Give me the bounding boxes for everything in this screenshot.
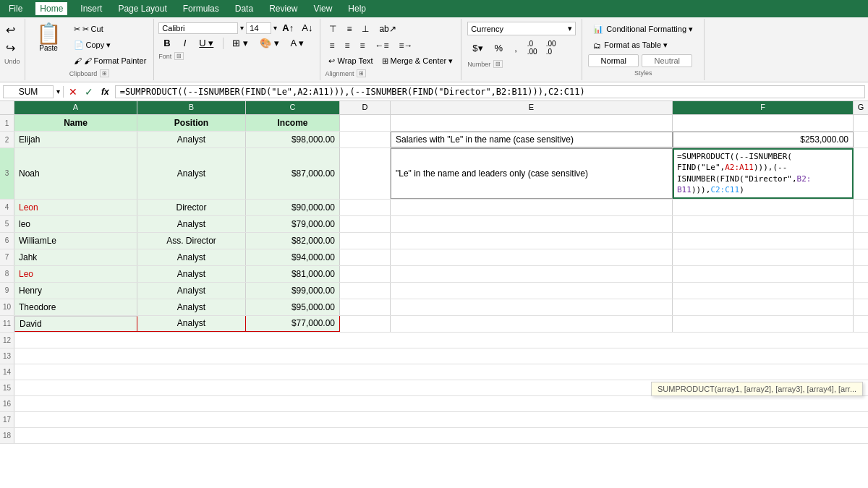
cell-d4[interactable] (340, 200, 391, 215)
cell-c2[interactable]: $98,000.00 (246, 132, 340, 147)
cell-a11[interactable]: David (14, 316, 137, 332)
redo-button[interactable]: ↪ (4, 40, 20, 56)
cell-f8[interactable] (673, 266, 854, 282)
cell-b5[interactable]: Analyst (137, 216, 246, 232)
font-name-dropdown-icon[interactable]: ▾ (240, 24, 244, 32)
cell-b11[interactable]: Analyst (137, 316, 246, 332)
col-header-e[interactable]: E (391, 101, 673, 114)
wrap-text-button[interactable]: ↩ Wrap Text (325, 55, 376, 67)
cell-f1[interactable] (673, 115, 854, 131)
cancel-formula-button[interactable]: ✕ (67, 86, 80, 98)
cell-a5[interactable]: leo (14, 216, 137, 232)
cell-g11[interactable] (854, 316, 868, 332)
number-format-dropdown[interactable]: Currency ▾ (467, 22, 576, 35)
menu-formulas[interactable]: Formulas (180, 2, 222, 15)
cell-c9[interactable]: $99,000.00 (246, 283, 340, 299)
normal-style-button[interactable]: Normal (588, 54, 639, 67)
cell-b3[interactable]: Analyst (137, 148, 246, 199)
cell-b7[interactable]: Analyst (137, 249, 246, 265)
undo-button[interactable]: ↩ (4, 22, 20, 38)
cell-d7[interactable] (340, 249, 391, 265)
menu-view[interactable]: View (311, 2, 336, 15)
cell-f5[interactable] (673, 216, 854, 232)
bold-button[interactable]: B (158, 36, 175, 50)
cell-a4[interactable]: Leon (14, 200, 137, 215)
decrease-font-button[interactable]: A↓ (299, 22, 315, 34)
cell-e10[interactable] (391, 299, 673, 315)
cell-g5[interactable] (854, 216, 868, 232)
cell-a10[interactable]: Theodore (14, 299, 137, 315)
conditional-formatting-button[interactable]: 📊 Conditional Formatting ▾ (588, 22, 698, 36)
neutral-style-button[interactable]: Neutral (642, 54, 692, 67)
cell-e6[interactable] (391, 233, 673, 249)
paste-button[interactable]: 📋 Paste (30, 22, 68, 68)
underline-button[interactable]: U ▾ (194, 36, 218, 50)
merge-center-button[interactable]: ⊞ Merge & Center ▾ (378, 55, 457, 67)
cell-c3[interactable]: $87,000.00 (246, 148, 340, 199)
cell-g2[interactable] (854, 132, 868, 147)
cell-a3[interactable]: Noah (14, 148, 137, 199)
menu-review[interactable]: Review (266, 2, 300, 15)
cell-d3[interactable] (340, 148, 391, 199)
cell-e8[interactable] (391, 266, 673, 282)
menu-help[interactable]: Help (345, 2, 369, 15)
format-painter-button[interactable]: 🖌 🖌 Format Painter (71, 56, 150, 66)
cell-f10[interactable] (673, 299, 854, 315)
cell-e4[interactable] (391, 200, 673, 215)
font-name-input[interactable] (158, 22, 238, 34)
cell-b1[interactable]: Position (137, 115, 246, 131)
percent-button[interactable]: % (490, 40, 509, 56)
cell-a8[interactable]: Leo (14, 266, 137, 282)
cell-f2[interactable]: $253,000.00 (673, 132, 854, 147)
align-right-button[interactable]: ≡ (355, 38, 369, 53)
dollar-button[interactable]: $▾ (467, 40, 488, 56)
cell-g7[interactable] (854, 249, 868, 265)
cell-f3[interactable]: =SUMPRODUCT((--ISNUMBER( FIND("Le",A2:A1… (673, 148, 854, 199)
cell-d2[interactable] (340, 132, 391, 147)
cell-b8[interactable]: Analyst (137, 266, 246, 282)
cell-b4[interactable]: Director (137, 200, 246, 215)
name-box[interactable] (3, 85, 54, 98)
cell-e2[interactable]: Salaries with "Le" in the name (case sen… (391, 132, 673, 147)
font-size-input[interactable] (246, 22, 271, 34)
cell-e5[interactable] (391, 216, 673, 232)
borders-button[interactable]: ⊞ ▾ (228, 36, 252, 50)
comma-button[interactable]: , (509, 40, 522, 56)
menu-file[interactable]: File (6, 2, 25, 15)
number-expand-icon[interactable]: ⊞ (493, 60, 503, 68)
name-box-dropdown-icon[interactable]: ▾ (56, 87, 60, 95)
decimal-increase-button[interactable]: .0.00 (524, 38, 541, 58)
font-color-button[interactable]: A ▾ (286, 36, 309, 50)
cell-g8[interactable] (854, 266, 868, 282)
col-header-g[interactable]: G (854, 101, 868, 114)
cell-b2[interactable]: Analyst (137, 132, 246, 147)
cut-button[interactable]: ✂ ✂ Cut (71, 24, 150, 35)
copy-button[interactable]: 📄 Copy ▾ (71, 40, 150, 51)
cell-d11[interactable] (340, 316, 391, 332)
col-header-a[interactable]: A (14, 101, 137, 114)
format-as-table-button[interactable]: 🗂 Format as Table ▾ (588, 38, 698, 52)
cell-d1[interactable] (340, 115, 391, 131)
cell-f7[interactable] (673, 249, 854, 265)
orientation-button[interactable]: ab↗ (375, 22, 400, 36)
cell-d6[interactable] (340, 233, 391, 249)
insert-function-button[interactable]: fx (98, 87, 112, 97)
cell-g10[interactable] (854, 299, 868, 315)
align-bottom-button[interactable]: ⊥ (357, 22, 373, 36)
cell-d10[interactable] (340, 299, 391, 315)
col-header-d[interactable]: D (340, 101, 391, 114)
cell-g4[interactable] (854, 200, 868, 215)
cell-g3[interactable] (854, 148, 868, 199)
cell-b9[interactable]: Analyst (137, 283, 246, 299)
increase-font-button[interactable]: A↑ (279, 22, 297, 34)
alignment-expand-icon[interactable]: ⊞ (357, 69, 366, 77)
col-header-c[interactable]: C (246, 101, 340, 114)
clipboard-expand-icon[interactable]: ⊞ (100, 69, 109, 77)
cell-c1[interactable]: Income (246, 115, 340, 131)
align-middle-button[interactable]: ≡ (342, 22, 356, 36)
cell-c5[interactable]: $79,000.00 (246, 216, 340, 232)
cell-c7[interactable]: $94,000.00 (246, 249, 340, 265)
cell-a9[interactable]: Henry (14, 283, 137, 299)
menu-page-layout[interactable]: Page Layout (115, 2, 169, 15)
cell-c10[interactable]: $95,000.00 (246, 299, 340, 315)
